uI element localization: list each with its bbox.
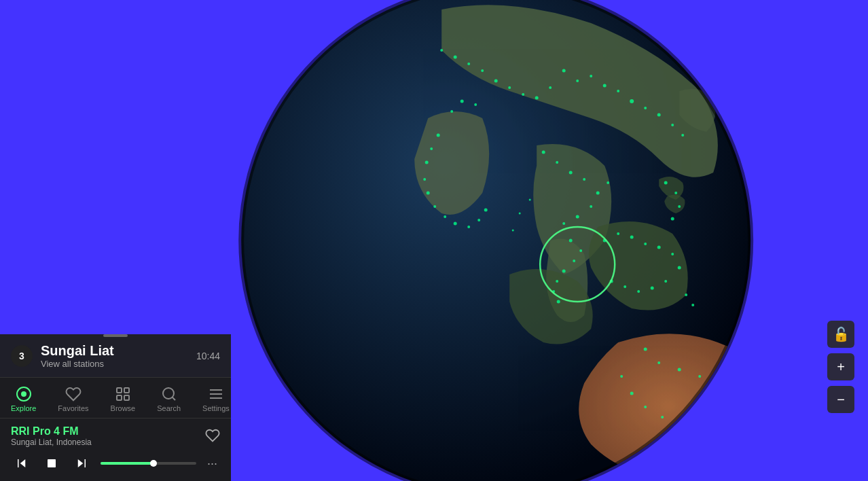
- svg-point-80: [474, 103, 477, 106]
- skip-forward-icon: [75, 457, 88, 469]
- stop-button[interactable]: [41, 452, 62, 474]
- svg-point-31: [579, 249, 582, 252]
- more-options-button[interactable]: ···: [204, 457, 220, 471]
- heart-icon: [205, 428, 220, 443]
- svg-point-19: [454, 56, 457, 59]
- svg-point-27: [590, 205, 592, 208]
- svg-point-4: [590, 75, 592, 77]
- nav-settings-label: Settings: [202, 404, 230, 412]
- svg-point-89: [22, 392, 26, 396]
- skip-back-icon: [16, 457, 28, 469]
- skip-back-button[interactable]: [11, 452, 33, 474]
- svg-point-43: [678, 266, 681, 270]
- nav-settings[interactable]: Settings: [192, 383, 240, 415]
- svg-point-77: [484, 209, 488, 212]
- progress-fill: [101, 462, 153, 465]
- svg-point-20: [440, 49, 443, 52]
- svg-point-66: [620, 375, 623, 378]
- location-time: 10:44: [196, 351, 220, 361]
- svg-point-11: [681, 134, 684, 137]
- svg-point-85: [691, 304, 694, 306]
- svg-marker-102: [78, 459, 84, 467]
- svg-point-71: [427, 192, 430, 195]
- svg-point-73: [444, 215, 446, 218]
- svg-rect-101: [48, 459, 56, 467]
- svg-point-63: [661, 416, 664, 418]
- svg-point-82: [519, 213, 521, 215]
- drag-handle: [103, 334, 128, 337]
- right-controls: 🔓 + −: [827, 321, 854, 413]
- svg-rect-90: [117, 388, 122, 393]
- svg-point-26: [607, 181, 609, 184]
- svg-line-95: [172, 397, 175, 400]
- location-subtitle: View all stations: [41, 359, 188, 369]
- nav-browse[interactable]: Browse: [100, 383, 147, 415]
- player-station-info: RRI Pro 4 FM Sungai Liat, Indonesia: [11, 425, 92, 447]
- globe-map[interactable]: [238, 0, 754, 481]
- svg-point-56: [698, 375, 701, 378]
- nav-favorites[interactable]: Favorites: [47, 383, 99, 415]
- nav-explore[interactable]: Explore: [0, 383, 47, 415]
- svg-point-53: [644, 348, 647, 351]
- svg-point-33: [562, 270, 566, 273]
- svg-point-6: [617, 90, 619, 92]
- svg-point-49: [664, 181, 668, 185]
- svg-point-3: [576, 79, 579, 82]
- browse-icon: [115, 386, 131, 402]
- svg-point-23: [569, 171, 573, 175]
- svg-point-54: [657, 361, 660, 364]
- svg-point-39: [630, 236, 634, 239]
- svg-point-30: [569, 239, 573, 243]
- favorites-icon: [65, 386, 82, 402]
- svg-point-21: [542, 151, 545, 154]
- svg-point-74: [454, 222, 457, 226]
- svg-point-61: [695, 428, 698, 431]
- svg-rect-91: [124, 388, 129, 393]
- nav-search[interactable]: Search: [146, 383, 192, 415]
- zoom-in-button[interactable]: +: [827, 353, 854, 380]
- svg-point-47: [623, 285, 626, 288]
- svg-point-68: [430, 147, 433, 150]
- skip-forward-button[interactable]: [71, 452, 92, 474]
- svg-point-58: [732, 395, 735, 398]
- svg-point-52: [671, 217, 674, 221]
- svg-point-7: [630, 99, 634, 103]
- svg-point-25: [596, 192, 600, 195]
- svg-point-72: [433, 205, 436, 208]
- svg-point-32: [573, 260, 575, 262]
- svg-point-94: [163, 388, 174, 399]
- nav-browse-label: Browse: [111, 404, 136, 412]
- svg-point-2: [562, 69, 566, 73]
- zoom-out-button[interactable]: −: [827, 386, 854, 413]
- svg-rect-93: [124, 395, 129, 400]
- svg-point-36: [557, 300, 560, 304]
- explore-icon: [16, 386, 32, 402]
- svg-point-78: [460, 100, 464, 103]
- station-location: Sungai Liat, Indonesia: [11, 438, 92, 447]
- svg-point-45: [651, 287, 654, 290]
- svg-rect-92: [117, 395, 122, 400]
- svg-point-50: [674, 192, 677, 194]
- progress-bar[interactable]: [101, 462, 196, 465]
- nav-bar: Explore Favorites Browse Search: [0, 377, 231, 418]
- svg-point-67: [437, 134, 440, 137]
- svg-point-8: [644, 107, 647, 109]
- svg-point-42: [671, 253, 674, 255]
- svg-point-70: [423, 178, 426, 181]
- location-info: Sungai Liat View all stations: [41, 342, 188, 369]
- svg-point-41: [657, 246, 661, 249]
- svg-point-9: [657, 113, 661, 117]
- svg-point-55: [678, 368, 681, 372]
- stop-icon: [46, 457, 58, 469]
- settings-icon: [208, 386, 224, 402]
- location-header: 3 Sungai Liat View all stations 10:44: [0, 334, 231, 377]
- player-controls: ···: [11, 452, 220, 474]
- svg-point-29: [562, 222, 565, 225]
- svg-point-65: [630, 392, 634, 395]
- lock-button[interactable]: 🔓: [827, 321, 854, 348]
- favorite-button[interactable]: [205, 428, 220, 445]
- svg-point-81: [529, 199, 531, 201]
- svg-point-13: [535, 96, 539, 100]
- svg-marker-99: [20, 459, 26, 467]
- station-name: RRI Pro 4 FM: [11, 425, 92, 438]
